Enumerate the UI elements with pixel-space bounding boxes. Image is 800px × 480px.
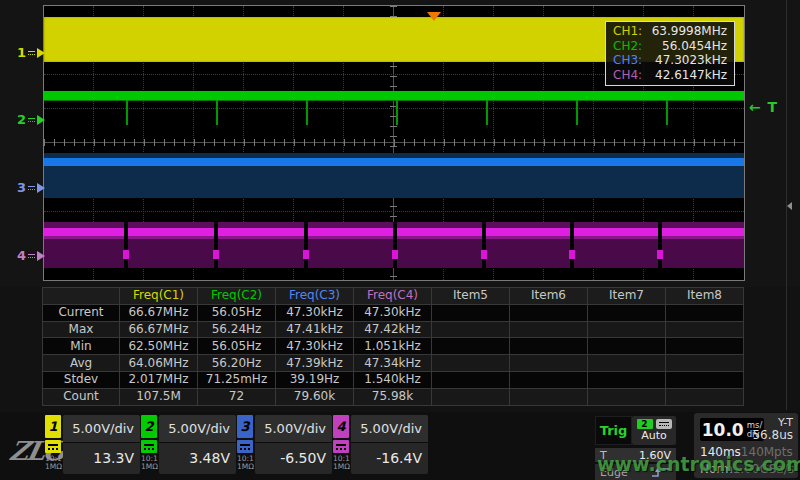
trigger-title[interactable]: Trig — [595, 416, 632, 445]
ch1-position-marker[interactable]: 1 — [17, 46, 45, 59]
measure-header-freq-c1[interactable]: Freq(C1) — [120, 288, 198, 305]
ch3-waveform[interactable] — [44, 158, 744, 166]
ch3-marker-arrow-icon — [37, 183, 45, 193]
ch2-scale-panel[interactable]: 5.00V/div 3.48V — [159, 415, 236, 474]
trigger-section[interactable]: Trig 2 Auto T 1.60V Edge — [595, 416, 676, 478]
cell-value — [588, 388, 666, 405]
cell-value: 47.39kHz — [276, 355, 354, 372]
ch1-marker-label: 1 — [17, 46, 26, 59]
freq-ch4-value: 42.6147kHz — [655, 69, 727, 82]
row-label: Min — [43, 338, 120, 355]
measure-header-item6[interactable]: Item6 — [510, 288, 588, 305]
ch3-scale-panel[interactable]: 5.00V/div -6.50V — [255, 415, 332, 474]
acquisition-mode: Norm — [700, 462, 733, 476]
ch1-number-badge[interactable]: 1 — [45, 415, 61, 438]
cell-value — [666, 321, 744, 338]
ch1-scale-panel[interactable]: 5.00V/div 13.3V — [63, 415, 140, 474]
cell-value — [432, 304, 510, 321]
freq-ch3-value: 47.3023kHz — [655, 54, 727, 67]
cell-value: 47.30kHz — [276, 338, 354, 355]
ch4-volts-per-div: 5.00V/div — [351, 415, 428, 443]
cell-value — [510, 304, 588, 321]
ch4-number-column: 4 10:11MΩ — [333, 415, 349, 471]
freq-ch4-label: CH4: — [613, 69, 642, 82]
cell-value — [588, 371, 666, 388]
ch2-waveform[interactable] — [44, 91, 744, 100]
measure-header-freq-c4[interactable]: Freq(C4) — [354, 288, 432, 305]
cell-value — [510, 321, 588, 338]
ch2-number-column: 2 10:11MΩ — [141, 415, 157, 471]
trigger-level-row[interactable]: T 1.60V — [595, 448, 676, 462]
measure-header-item7[interactable]: Item7 — [588, 288, 666, 305]
trigger-type-row[interactable]: Edge — [595, 464, 676, 480]
cell-value — [510, 371, 588, 388]
acquisition-row-2: Norm 1.00GSa/s — [694, 462, 798, 476]
ch3-number-badge[interactable]: 3 — [237, 415, 253, 438]
cell-value: 66.67MHz — [120, 321, 198, 338]
ch2-position-marker[interactable]: 2 — [17, 113, 45, 126]
ch2-status-cell[interactable]: 2 10:11MΩ 5.00V/div 3.48V — [141, 415, 236, 478]
cell-value — [432, 355, 510, 372]
ch3-impedance: 1MΩ — [237, 462, 254, 471]
sample-rate: 1.00GSa/s — [733, 462, 794, 476]
bottom-status-bar: ZLG® 1 10:11MΩ 5.00V/div 13.3V 2 10:11MΩ… — [0, 412, 800, 480]
capture-window: 140ms — [700, 445, 741, 459]
cell-value: 64.06MHz — [120, 355, 198, 372]
measure-header-blank — [43, 288, 120, 305]
ch4-position-marker[interactable]: 4 — [17, 249, 45, 262]
row-label: Avg — [43, 355, 120, 372]
freq-ch1-label: CH1: — [613, 25, 642, 38]
cell-value — [588, 355, 666, 372]
cell-value — [432, 338, 510, 355]
trigger-position-marker-icon[interactable] — [427, 12, 441, 21]
row-label: Max — [43, 321, 120, 338]
measurement-table: Freq(C1) Freq(C2) Freq(C3) Freq(C4) Item… — [42, 287, 744, 406]
freq-row-ch4: CH4: 42.6147kHz — [606, 69, 734, 82]
freq-ch2-label: CH2: — [613, 40, 642, 53]
table-row-max: Max 66.67MHz 56.24Hz 47.41kHz 47.42kHz — [43, 321, 744, 338]
cell-value — [666, 304, 744, 321]
cell-value: 47.34kHz — [354, 355, 432, 372]
table-row-min: Min 62.50MHz 56.05Hz 47.30kHz 1.051kHz — [43, 338, 744, 355]
cell-value — [432, 388, 510, 405]
ch4-number-badge[interactable]: 4 — [333, 415, 349, 438]
cell-value: 56.05Hz — [198, 304, 276, 321]
ch1-status-cell[interactable]: 1 10:11MΩ 5.00V/div 13.3V — [45, 415, 140, 478]
cell-value: 56.24Hz — [198, 321, 276, 338]
trigger-level-marker[interactable]: ← T — [749, 99, 778, 115]
trigger-level-value: 1.60V — [639, 449, 671, 462]
cell-value — [432, 371, 510, 388]
ch4-scale-panel[interactable]: 5.00V/div -16.4V — [351, 415, 428, 474]
ch3-coupling-dc-icon — [237, 440, 253, 453]
measure-header-item5[interactable]: Item5 — [432, 288, 510, 305]
ch4-marker-label: 4 — [17, 249, 26, 262]
ch4-status-cell[interactable]: 4 10:11MΩ 5.00V/div -16.4V — [333, 415, 428, 478]
cell-value — [588, 304, 666, 321]
cell-value: 75.98k — [354, 388, 432, 405]
cell-value — [666, 338, 744, 355]
cell-value: 56.05Hz — [198, 338, 276, 355]
cell-value: 47.30kHz — [354, 304, 432, 321]
ch3-status-cell[interactable]: 3 10:11MΩ 5.00V/div -6.50V — [237, 415, 332, 478]
measure-header-item8[interactable]: Item8 — [666, 288, 744, 305]
ch3-position-marker[interactable]: 3 — [17, 181, 45, 194]
ch1-number-column: 1 10:11MΩ — [45, 415, 61, 471]
measure-header-freq-c3[interactable]: Freq(C3) — [276, 288, 354, 305]
ch3-number-column: 3 10:11MΩ — [237, 415, 253, 471]
table-row-current: Current 66.67MHz 56.05Hz 47.30kHz 47.30k… — [43, 304, 744, 321]
panel-handle-icon[interactable] — [787, 202, 792, 210]
trigger-source-panel[interactable]: 2 Auto — [632, 416, 676, 445]
row-label: Count — [43, 388, 120, 405]
timebase-section[interactable]: 10.0 ms/div Y-T 56.8us 140ms 140Mpts Nor… — [694, 413, 798, 478]
trigger-level-label: T — [768, 99, 779, 115]
measure-header-freq-c2[interactable]: Freq(C2) — [198, 288, 276, 305]
trigger-level-prefix: T — [600, 449, 607, 462]
cell-value — [588, 321, 666, 338]
acquisition-row-1: 140ms 140Mpts — [694, 445, 798, 459]
ch1-marker-arrow-icon — [37, 48, 45, 58]
cell-value: 62.50MHz — [120, 338, 198, 355]
cell-value — [666, 371, 744, 388]
ch2-number-badge[interactable]: 2 — [141, 415, 157, 438]
cell-value: 72 — [198, 388, 276, 405]
cell-value: 79.60k — [276, 388, 354, 405]
